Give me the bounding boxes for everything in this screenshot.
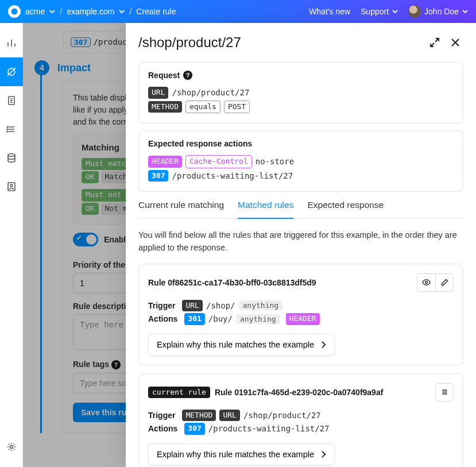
nav-analytics-icon[interactable]: [0, 29, 23, 57]
header-name: Cache-Control: [185, 155, 252, 168]
rule-title: Rule 0191c7fa-465d-e239-020c-0a0740f9a9a…: [215, 388, 383, 397]
breadcrumb-sep: /: [60, 7, 62, 16]
url-tag: URL: [182, 300, 202, 312]
trigger-path: /shop/: [206, 301, 235, 310]
user-menu[interactable]: John Doe: [408, 5, 468, 18]
rule-title: Rule 0f86251c-ca17-4b30-bff0-03c8813df5d…: [148, 278, 316, 287]
nav-docs-icon[interactable]: [0, 86, 23, 115]
url-value: /shop/product/27: [172, 88, 249, 97]
tabs: Current rule matching Matched rules Expe…: [138, 200, 463, 219]
svg-point-8: [10, 446, 13, 449]
url-tag: URL: [219, 410, 239, 422]
svg-point-2: [7, 126, 8, 128]
anything-chip: anything: [236, 314, 280, 324]
tab-matched-rules[interactable]: Matched rules: [238, 200, 293, 219]
left-rail: [0, 23, 23, 467]
explain-match-button[interactable]: Explain why this rule matches the exampl…: [148, 443, 335, 465]
user-name: John Doe: [424, 7, 459, 16]
svg-point-3: [7, 129, 8, 130]
chevron-down-icon: [462, 9, 468, 14]
actions-label: Actions: [148, 424, 177, 433]
support-link[interactable]: Support: [361, 7, 398, 16]
rule-menu-button[interactable]: [435, 383, 454, 402]
header-tag: HEADER: [286, 313, 320, 325]
settings-icon[interactable]: [0, 433, 23, 461]
svg-point-7: [10, 184, 13, 187]
method-value: POST: [224, 101, 250, 114]
redirect-path: /products-waiting-list/27: [172, 171, 293, 180]
edit-rule-button[interactable]: [435, 273, 454, 292]
svg-point-4: [7, 131, 8, 132]
status-code-tag: 307: [148, 170, 168, 182]
actions-path: /products-waiting-list/27: [208, 424, 330, 433]
status-code-tag: 301: [184, 313, 204, 325]
help-icon[interactable]: ?: [183, 71, 192, 80]
tab-current-matching[interactable]: Current rule matching: [138, 200, 224, 218]
expand-icon[interactable]: [427, 34, 443, 51]
status-code-tag: 307: [184, 423, 204, 435]
method-tag: METHOD: [148, 101, 182, 113]
nav-user-icon[interactable]: [0, 172, 23, 201]
panel-explanation: You will find below all the rules that a…: [138, 229, 463, 254]
breadcrumb-sep: /: [129, 7, 131, 16]
trigger-label: Trigger: [148, 411, 175, 420]
close-icon[interactable]: [447, 34, 463, 51]
method-tag: METHOD: [182, 410, 216, 422]
header-tag: HEADER: [148, 156, 182, 168]
expected-box: Expected response actions HEADERCache-Co…: [138, 130, 463, 192]
chevron-down-icon[interactable]: [49, 9, 55, 14]
url-tag: URL: [148, 87, 168, 99]
topbar: acme / example.com / Create rule What's …: [0, 0, 476, 23]
nav-data-icon[interactable]: [0, 144, 23, 172]
trigger-label: Trigger: [148, 301, 175, 310]
trigger-path: /shop/product/27: [243, 411, 321, 420]
header-value: no-store: [256, 157, 294, 166]
tab-expected-response[interactable]: Expected response: [307, 200, 384, 218]
support-label: Support: [361, 7, 389, 16]
svg-point-5: [8, 154, 15, 156]
chevron-down-icon[interactable]: [119, 9, 125, 14]
avatar: [408, 5, 421, 18]
breadcrumb-page: Create rule: [136, 7, 176, 16]
app-logo[interactable]: [8, 5, 21, 18]
method-op: equals: [185, 101, 220, 114]
current-rule-tag: current rule: [148, 387, 210, 398]
request-box: Request ? URL/shop/product/27 METHODequa…: [138, 62, 463, 123]
request-title: Request: [148, 71, 180, 80]
explain-match-button[interactable]: Explain why this rule matches the exampl…: [148, 334, 335, 356]
view-rule-button[interactable]: [417, 273, 435, 292]
anything-chip: anything: [239, 300, 283, 310]
rule-card: Rule 0f86251c-ca17-4b30-bff0-03c8813df5d…: [138, 264, 463, 365]
expected-title: Expected response actions: [148, 139, 252, 148]
breadcrumb-site[interactable]: example.com: [67, 7, 114, 16]
breadcrumb-org[interactable]: acme: [25, 7, 45, 16]
panel-title: /shop/product/27: [138, 34, 241, 51]
actions-label: Actions: [148, 314, 177, 323]
actions-path: /buy/: [208, 314, 233, 323]
nav-list-icon[interactable]: [0, 115, 23, 144]
chevron-down-icon: [392, 9, 398, 14]
svg-point-9: [425, 281, 428, 284]
whats-new-link[interactable]: What's new: [309, 7, 350, 16]
nav-rules-icon[interactable]: [0, 57, 23, 86]
slideover-panel: /shop/product/27 Request ? URL/shop/prod…: [126, 23, 476, 467]
rule-card-current: current rule Rule 0191c7fa-465d-e239-020…: [138, 373, 463, 468]
